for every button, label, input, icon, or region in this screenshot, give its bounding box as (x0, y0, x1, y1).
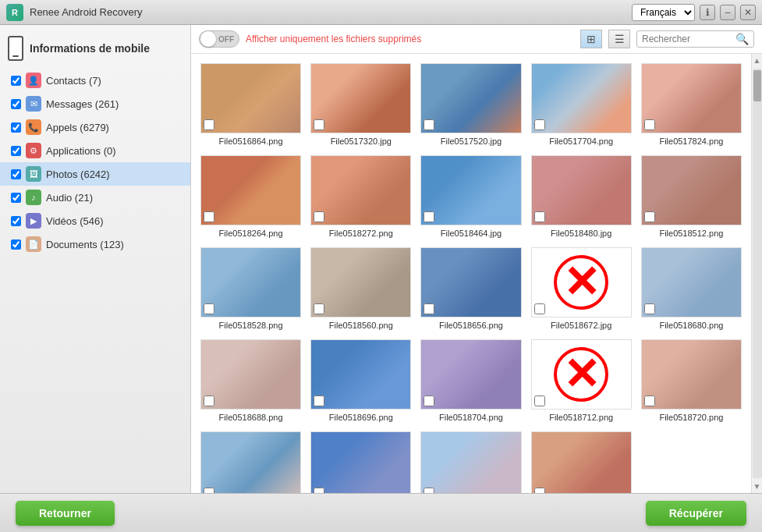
scroll-up-arrow[interactable]: ▲ (751, 54, 762, 67)
list-view-button[interactable]: ☰ (608, 30, 630, 48)
back-button[interactable]: Retourner (16, 501, 115, 526)
sidebar-item-calls[interactable]: 📞 Appels (6279) (0, 115, 190, 139)
sidebar-item-docs[interactable]: 📄 Documents (123) (0, 232, 190, 256)
sidebar-item-videos[interactable]: ▶ Vidéos (546) (0, 209, 190, 232)
photo-wrapper (420, 247, 521, 317)
photo-item[interactable]: File0518560.png (307, 244, 414, 333)
photo-checkbox[interactable] (424, 303, 434, 314)
photo-grid: File0516864.pngFile0517320.jpgFile051752… (191, 54, 751, 493)
photo-item[interactable]: File0517320.jpg (307, 60, 414, 149)
photo-checkbox[interactable] (534, 211, 545, 222)
photo-name: File0518272.png (310, 229, 411, 238)
photo-name: File0518464.jpg (420, 229, 521, 238)
photo-name: File0517320.jpg (310, 137, 411, 146)
photo-checkbox[interactable] (424, 211, 434, 222)
sidebar-item-messages[interactable]: ✉ Messages (261) (0, 92, 190, 115)
photo-checkbox[interactable] (314, 119, 324, 130)
photo-thumbnail (420, 155, 521, 225)
photo-checkbox[interactable] (204, 395, 214, 406)
photo-checkbox[interactable] (644, 303, 655, 314)
photo-item[interactable]: File0517704.png (528, 60, 635, 149)
sidebar-item-contacts[interactable]: 👤 Contacts (7) (0, 69, 190, 92)
photo-item[interactable]: File0518656.png (417, 244, 524, 333)
audio-checkbox[interactable] (11, 193, 21, 203)
photo-item[interactable]: File0518696.png (307, 336, 414, 425)
photo-checkbox[interactable] (314, 488, 324, 493)
photo-checkbox[interactable] (534, 119, 545, 130)
photo-thumbnail (200, 247, 301, 317)
photo-thumbnail (310, 339, 411, 410)
photo-item[interactable]: File0518688.png (197, 336, 304, 425)
photo-name: File0518720.png (641, 413, 742, 422)
photo-wrapper (310, 431, 411, 493)
scroll-thumb[interactable] (753, 70, 761, 101)
photo-item[interactable]: File0518704.png (417, 336, 524, 425)
photo-item[interactable]: File0517520.jpg (417, 60, 524, 149)
photo-wrapper (641, 155, 742, 225)
photo-checkbox[interactable] (204, 488, 214, 493)
minimize-button[interactable]: – (720, 5, 735, 20)
close-button[interactable]: ✕ (740, 5, 756, 20)
photo-item[interactable]: File0518680.png (638, 244, 745, 333)
photo-checkbox[interactable] (424, 119, 434, 130)
photo-thumbnail (200, 63, 301, 133)
photo-item[interactable] (417, 428, 524, 493)
photo-checkbox[interactable] (314, 395, 324, 406)
photo-item[interactable] (528, 428, 635, 493)
photo-item[interactable]: File0518464.jpg (417, 152, 524, 241)
photo-item[interactable]: File0518264.png (197, 152, 304, 241)
info-button[interactable]: ℹ (700, 5, 715, 20)
recover-button[interactable]: Récupérer (646, 501, 746, 526)
photo-item[interactable]: File0518272.png (307, 152, 414, 241)
docs-checkbox[interactable] (11, 239, 21, 250)
scroll-track (753, 69, 762, 478)
photo-wrapper (420, 155, 521, 225)
photo-checkbox[interactable] (314, 211, 324, 222)
photo-checkbox[interactable] (204, 211, 214, 222)
grid-view-button[interactable]: ⊞ (580, 30, 602, 48)
scroll-down-arrow[interactable]: ▼ (751, 480, 762, 493)
photo-checkbox[interactable] (534, 303, 545, 314)
scrollbar[interactable]: ▲ ▼ (751, 54, 762, 493)
photo-checkbox[interactable] (644, 119, 655, 130)
photo-item[interactable] (307, 428, 414, 493)
photo-item[interactable] (197, 428, 304, 493)
photo-item[interactable]: ✕File0518712.png (528, 336, 635, 425)
photo-checkbox[interactable] (424, 488, 434, 493)
photo-item[interactable]: File0518720.png (638, 336, 745, 425)
language-select[interactable]: Français English (632, 4, 695, 21)
photo-checkbox[interactable] (204, 119, 214, 130)
photo-item[interactable]: File0518528.png (197, 244, 304, 333)
messages-checkbox[interactable] (11, 99, 21, 109)
photo-checkbox[interactable] (534, 488, 545, 493)
photo-checkbox[interactable] (644, 395, 655, 406)
sidebar-header: Informations de mobile (0, 31, 190, 69)
photo-checkbox[interactable] (424, 395, 434, 406)
photo-thumbnail: ✕ (531, 339, 632, 410)
sidebar-item-photos[interactable]: 🖼 Photos (6242) (0, 162, 190, 186)
search-input[interactable] (642, 34, 735, 44)
sidebar-item-apps[interactable]: ⚙ Applications (0) (0, 139, 190, 162)
contacts-checkbox[interactable] (11, 76, 21, 86)
apps-checkbox[interactable] (11, 146, 21, 156)
photo-wrapper (641, 247, 742, 317)
photo-checkbox[interactable] (644, 211, 655, 222)
photo-checkbox[interactable] (534, 395, 545, 406)
toggle-switch[interactable]: OFF (199, 30, 239, 48)
photo-name: File0518696.png (310, 413, 411, 422)
photo-item[interactable]: File0516864.png (197, 60, 304, 149)
photo-checkbox[interactable] (204, 303, 214, 314)
photos-checkbox[interactable] (11, 169, 21, 179)
sidebar-item-audio[interactable]: ♪ Audio (21) (0, 186, 190, 209)
photo-item[interactable]: File0518480.jpg (528, 152, 635, 241)
photo-checkbox[interactable] (314, 303, 324, 314)
photo-item[interactable]: File0517824.png (638, 60, 745, 149)
photo-name: File0516864.png (200, 137, 301, 146)
videos-checkbox[interactable] (11, 216, 21, 226)
photo-item[interactable]: ✕File0518672.jpg (528, 244, 635, 333)
photo-name: File0518704.png (420, 413, 521, 422)
photo-item[interactable]: File0518512.png (638, 152, 745, 241)
photo-thumbnail (641, 247, 742, 317)
photo-name: File0518528.png (200, 321, 301, 330)
calls-checkbox[interactable] (11, 122, 21, 133)
